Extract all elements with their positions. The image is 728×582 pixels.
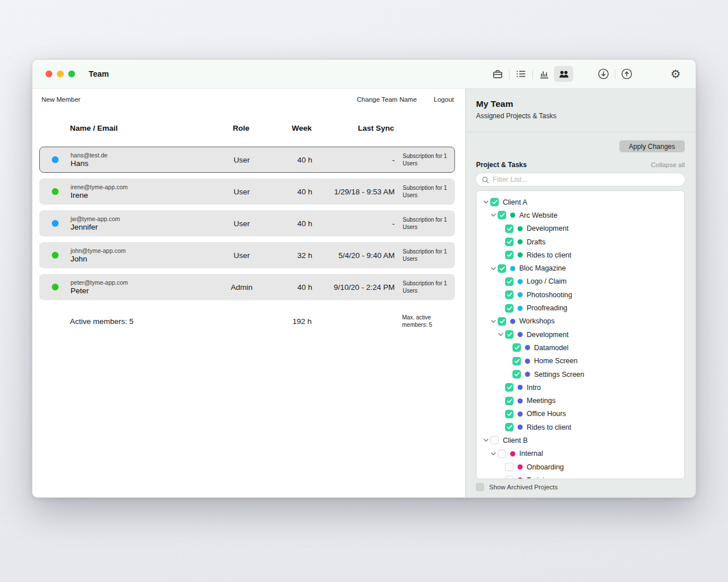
task-color-dot	[518, 398, 523, 404]
task-color-dot	[518, 332, 523, 337]
tree-item-checkbox[interactable]	[505, 304, 514, 313]
tree-item[interactable]: Intro	[477, 381, 684, 394]
tree-item[interactable]: Rides to client	[477, 421, 684, 434]
team-window: Team	[32, 59, 696, 498]
tree-item[interactable]: Logo / Claim	[477, 275, 684, 288]
member-row[interactable]: hans@test.de Hans User 40 h - Subscripti…	[39, 147, 455, 173]
member-last-sync: -	[312, 156, 395, 164]
chevron-down-icon[interactable]	[491, 267, 496, 271]
tree-item[interactable]: Photoshooting	[477, 288, 684, 301]
tree-item-checkbox[interactable]	[512, 370, 521, 379]
tree-item[interactable]: Rides to client	[477, 248, 684, 261]
tree-item-checkbox[interactable]	[498, 450, 506, 458]
apply-changes-button[interactable]: Apply Changes	[619, 140, 685, 152]
tree-item[interactable]: Bloc Magazine	[477, 261, 684, 275]
checkmark-icon	[507, 411, 512, 417]
tree-item-checkbox[interactable]	[505, 330, 514, 339]
new-member-link[interactable]: New Member	[42, 96, 80, 103]
tree-item-checkbox[interactable]	[505, 410, 514, 418]
toolbar: ⚙	[488, 66, 685, 82]
tree-item[interactable]: Development	[477, 328, 684, 341]
tree-item-label: Bloc Magazine	[519, 264, 566, 272]
chevron-down-icon[interactable]	[483, 438, 489, 442]
tree-item[interactable]: Internal	[477, 447, 684, 460]
tree-item[interactable]: Proofreading	[477, 301, 684, 314]
checkmark-icon	[507, 385, 512, 390]
task-color-dot	[525, 359, 530, 364]
member-name: Peter	[71, 286, 216, 295]
tree-item-checkbox[interactable]	[498, 317, 506, 326]
member-row[interactable]: irene@tyme-app.com Irene User 40 h 1/29/…	[39, 178, 455, 205]
close-button[interactable]	[46, 70, 52, 77]
tree-item-label: Workshops	[519, 317, 555, 325]
tree-item-checkbox[interactable]	[505, 383, 514, 392]
zoom-button[interactable]	[68, 70, 75, 77]
chevron-down-icon[interactable]	[491, 452, 496, 456]
tree-item-checkbox[interactable]	[505, 251, 514, 259]
checkmark-icon	[514, 372, 520, 377]
tree-item-checkbox[interactable]	[505, 238, 514, 246]
tree-item-checkbox[interactable]	[505, 463, 514, 471]
tree-item[interactable]: Development	[477, 222, 684, 235]
tree-item-checkbox[interactable]	[490, 198, 499, 206]
tree-item-checkbox[interactable]	[505, 423, 514, 431]
tree-item-label: Onboarding	[527, 463, 564, 471]
tree-item-checkbox[interactable]	[512, 343, 521, 352]
tree-item[interactable]: Workshops	[477, 315, 684, 328]
tree-item[interactable]: Meetings	[477, 394, 684, 407]
filter-input[interactable]	[493, 176, 679, 184]
tree-item[interactable]: Drafts	[477, 235, 684, 248]
logout-link[interactable]: Logout	[434, 96, 454, 103]
member-row[interactable]: john@tyme-app.com John User 32 h 5/4/20 …	[39, 242, 455, 268]
show-archived-checkbox[interactable]	[476, 483, 484, 491]
tree-item[interactable]: Onboarding	[477, 460, 684, 473]
tree-item-checkbox[interactable]	[505, 277, 514, 286]
project-task-tree: Client A Arc Website Development	[476, 190, 685, 479]
tree-item[interactable]: Client B	[477, 434, 684, 447]
tree-item[interactable]: Office Hours	[477, 408, 684, 421]
member-row[interactable]: peter@tyme-app.com Peter Admin 40 h 9/10…	[39, 274, 455, 300]
tree-item[interactable]: Home Screen	[477, 355, 684, 368]
member-email: jw@tyme-app.com	[71, 215, 216, 222]
chevron-down-icon[interactable]	[491, 319, 496, 323]
member-week-hours: 32 h	[267, 251, 312, 260]
list-icon[interactable]	[511, 66, 531, 82]
import-icon[interactable]	[594, 66, 613, 82]
chevron-down-icon[interactable]	[491, 213, 496, 217]
member-role: User	[216, 251, 267, 260]
tree-item-label: Development	[527, 331, 569, 339]
minimize-button[interactable]	[57, 70, 64, 77]
change-team-name-link[interactable]: Change Team Name	[357, 96, 417, 103]
export-icon[interactable]	[617, 66, 636, 82]
tree-item-checkbox[interactable]	[505, 290, 514, 299]
chevron-down-icon[interactable]	[498, 332, 503, 336]
member-email: irene@tyme-app.com	[71, 184, 216, 190]
tree-item-label: Training	[527, 476, 552, 479]
tree-item[interactable]: Client A	[477, 196, 684, 209]
member-subscription: Subscription for 1 Users	[395, 152, 449, 167]
tree-item-checkbox[interactable]	[505, 476, 514, 479]
tree-item[interactable]: Datamodel	[477, 341, 684, 354]
collapse-all-link[interactable]: Collapse all	[651, 161, 685, 168]
chevron-down-icon[interactable]	[483, 200, 489, 204]
tree-item[interactable]: Arc Website	[477, 209, 684, 222]
tree-item-checkbox[interactable]	[498, 264, 506, 273]
task-color-dot	[518, 477, 523, 479]
members-table: hans@test.de Hans User 40 h - Subscripti…	[39, 147, 455, 300]
tree-item[interactable]: Settings Screen	[477, 368, 684, 381]
tree-item-checkbox[interactable]	[490, 436, 499, 444]
member-row[interactable]: jw@tyme-app.com Jennifer User 40 h - Sub…	[39, 210, 455, 236]
tree-item-checkbox[interactable]	[505, 225, 514, 233]
table-header: Name / Email Role Week Last Sync	[39, 124, 455, 132]
team-icon[interactable]	[554, 66, 573, 82]
tree-item-checkbox[interactable]	[498, 211, 506, 219]
member-role: User	[216, 219, 267, 228]
tree-item[interactable]: Training	[477, 473, 684, 479]
settings-gear-icon[interactable]: ⚙	[666, 66, 685, 82]
tree-item-checkbox[interactable]	[512, 357, 521, 365]
filter-field[interactable]	[476, 173, 685, 186]
briefcase-icon[interactable]	[488, 66, 507, 82]
statistics-icon[interactable]	[535, 66, 554, 82]
tree-item-checkbox[interactable]	[505, 397, 514, 405]
checkmark-icon	[507, 332, 512, 337]
